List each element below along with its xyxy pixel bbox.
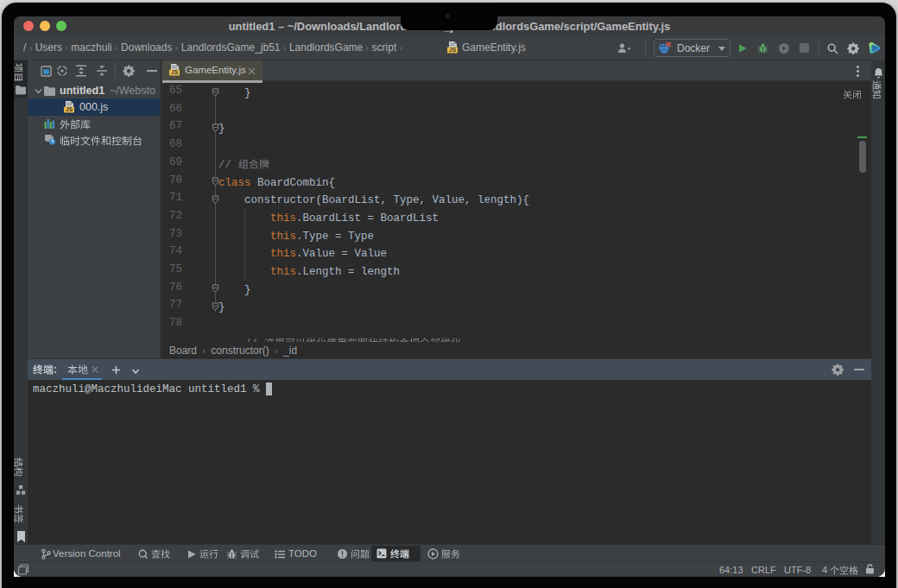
- svg-text:JS: JS: [66, 106, 73, 112]
- svg-text:JS: JS: [171, 69, 179, 75]
- svg-text:JS: JS: [449, 47, 457, 53]
